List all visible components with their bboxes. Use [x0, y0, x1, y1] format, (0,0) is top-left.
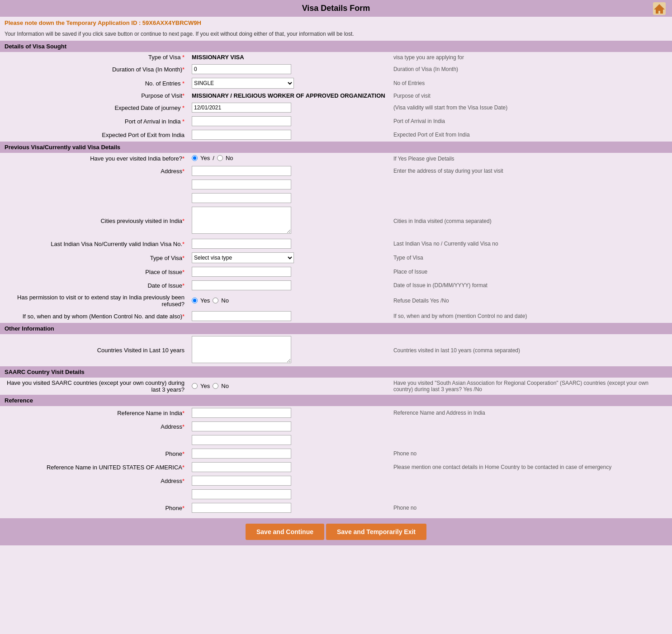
- input-date-issue[interactable]: [192, 280, 291, 290]
- field-saarc[interactable]: Yes No: [188, 378, 390, 395]
- label-ref-phone2: Phone*: [0, 501, 188, 515]
- field-expected-date[interactable]: [188, 101, 390, 114]
- field-cities[interactable]: [188, 205, 390, 237]
- label-type-visa: Type of Visa *: [0, 52, 188, 62]
- input-address-1[interactable]: [192, 166, 291, 176]
- hint-place-issue: Place of Issue: [390, 265, 672, 279]
- row-ref-address-2: [0, 433, 672, 447]
- hint-port-exit: Expected Port of Exit from India: [390, 128, 672, 142]
- input-ref-address2-1[interactable]: [192, 476, 291, 486]
- save-continue-button[interactable]: Save and Continue: [246, 524, 324, 540]
- input-address-3[interactable]: [192, 193, 291, 203]
- row-ref-phone: Phone* Phone no: [0, 447, 672, 460]
- row-ref-address-1: Address*: [0, 420, 672, 433]
- field-ref-address-2[interactable]: [188, 433, 390, 447]
- hint-port-arrival: Port of Arrival in India: [390, 114, 672, 128]
- field-address-2[interactable]: [188, 178, 390, 191]
- input-expected-date[interactable]: [192, 103, 291, 113]
- radio-saarc-yes[interactable]: [192, 383, 198, 389]
- field-port-exit[interactable]: [188, 128, 390, 142]
- input-duration[interactable]: [192, 64, 291, 74]
- textarea-countries[interactable]: [192, 336, 291, 363]
- radio-permission[interactable]: Yes No: [192, 297, 229, 304]
- input-control[interactable]: [192, 311, 291, 321]
- field-place-issue[interactable]: [188, 265, 390, 279]
- previous-visa-table: Have you ever visited India before?* Yes…: [0, 153, 672, 323]
- label-no: No: [226, 155, 233, 161]
- field-ref-usa[interactable]: [188, 460, 390, 474]
- radio-visited[interactable]: Yes / No: [192, 155, 233, 161]
- input-port-exit[interactable]: [192, 130, 291, 140]
- home-icon[interactable]: [652, 1, 667, 16]
- row-ref-phone2: Phone* Phone no: [0, 501, 672, 515]
- radio-saarc-no[interactable]: [213, 383, 218, 389]
- label-port-arrival: Port of Arrival in India *: [0, 114, 188, 128]
- row-port-exit: Expected Port of Exit from India Expecte…: [0, 128, 672, 142]
- textarea-cities[interactable]: [192, 207, 291, 234]
- label-saarc: Have you visited SAARC countries (except…: [0, 378, 188, 395]
- row-last-visa: Last Indian Visa No/Currently valid Indi…: [0, 237, 672, 251]
- radio-permission-yes[interactable]: [192, 298, 198, 303]
- row-purpose: Purpose of Visit* MISSIONARY / RELIGIOUS…: [0, 90, 672, 101]
- label-address-2: [0, 178, 188, 191]
- row-control: If so, when and by whom (Mention Control…: [0, 309, 672, 323]
- input-place-issue[interactable]: [192, 267, 291, 277]
- radio-saarc[interactable]: Yes No: [192, 383, 229, 389]
- select-entries[interactable]: SINGLE DOUBLE MULTIPLE: [192, 78, 294, 89]
- field-ref-phone2[interactable]: [188, 501, 390, 515]
- hint-control: If so, when and by whom (mention Control…: [390, 309, 672, 323]
- section-other-info: Other Information: [0, 323, 672, 334]
- input-ref-india[interactable]: [192, 408, 291, 418]
- field-ref-address2-1[interactable]: [188, 474, 390, 487]
- field-last-visa[interactable]: [188, 237, 390, 251]
- field-control[interactable]: [188, 309, 390, 323]
- section-saarc: SAARC Country Visit Details: [0, 366, 672, 378]
- row-cities: Cities previously visited in India* Citi…: [0, 205, 672, 237]
- input-ref-address-2[interactable]: [192, 435, 291, 445]
- select-type-visa-prev[interactable]: Select visa type: [192, 252, 294, 263]
- input-ref-address-1[interactable]: [192, 421, 291, 431]
- field-ref-india[interactable]: [188, 406, 390, 420]
- field-type-visa-prev[interactable]: Select visa type: [188, 251, 390, 265]
- label-ref-address: Address*: [0, 420, 188, 433]
- input-ref-phone[interactable]: [192, 449, 291, 459]
- input-last-visa[interactable]: [192, 239, 291, 249]
- field-entries[interactable]: SINGLE DOUBLE MULTIPLE: [188, 76, 390, 90]
- label-expected-date: Expected Date of journey *: [0, 101, 188, 114]
- field-ref-phone[interactable]: [188, 447, 390, 460]
- label-ref-usa: Reference Name in UNITED STATES OF AMERI…: [0, 460, 188, 474]
- field-address-3[interactable]: [188, 191, 390, 205]
- app-id: 59X6AXX4YBRCW9H: [142, 19, 201, 26]
- other-info-table: Countries Visited in Last 10 years Count…: [0, 334, 672, 366]
- section-previous-visa: Previous Visa/Currently valid Visa Detai…: [0, 142, 672, 153]
- field-ref-address2-2[interactable]: [188, 487, 390, 501]
- row-visited: Have you ever visited India before?* Yes…: [0, 153, 672, 164]
- save-exit-button[interactable]: Save and Temporarily Exit: [326, 524, 426, 540]
- hint-type-visa: visa type you are applying for: [390, 52, 672, 62]
- field-date-issue[interactable]: [188, 279, 390, 292]
- field-countries[interactable]: [188, 334, 390, 366]
- hint-expected-date: (Visa validity will start from the Visa …: [390, 101, 672, 114]
- label-purpose: Purpose of Visit*: [0, 90, 188, 101]
- field-type-visa: MISSIONARY VISA: [188, 52, 390, 62]
- field-ref-address-1[interactable]: [188, 420, 390, 433]
- row-duration: Duration of Visa (In Month)* Duration of…: [0, 62, 672, 76]
- input-ref-address2-2[interactable]: [192, 489, 291, 499]
- row-address-3: [0, 191, 672, 205]
- notice-text: Your Information will be saved if you cl…: [0, 29, 672, 41]
- hint-visited: If Yes Please give Details: [390, 153, 672, 164]
- input-port-arrival[interactable]: [192, 116, 291, 126]
- radio-yes[interactable]: [192, 155, 198, 161]
- field-permission[interactable]: Yes No: [188, 292, 390, 309]
- input-ref-usa[interactable]: [192, 462, 291, 472]
- field-address-1[interactable]: [188, 164, 390, 178]
- input-address-2[interactable]: [192, 180, 291, 189]
- radio-permission-no[interactable]: [213, 298, 218, 303]
- label-address: Address*: [0, 164, 188, 178]
- radio-no[interactable]: [217, 155, 223, 161]
- field-duration[interactable]: [188, 62, 390, 76]
- input-ref-phone2[interactable]: [192, 503, 291, 513]
- field-visited[interactable]: Yes / No: [188, 153, 390, 164]
- field-port-arrival[interactable]: [188, 114, 390, 128]
- hint-type-visa-prev: Type of Visa: [390, 251, 672, 265]
